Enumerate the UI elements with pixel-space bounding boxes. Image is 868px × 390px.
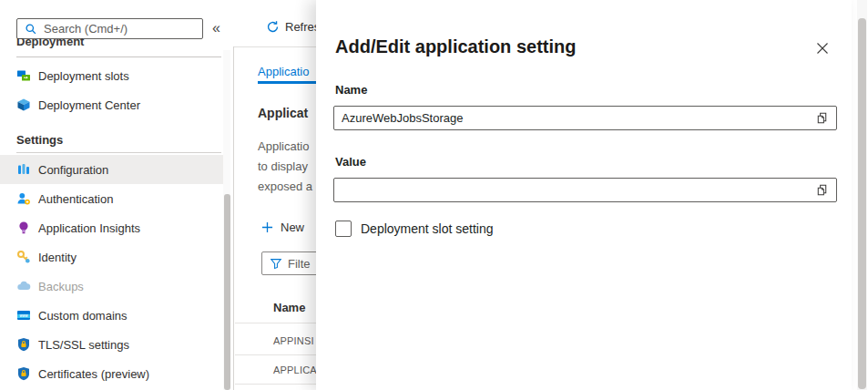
sidebar-scrollbar-thumb[interactable] bbox=[224, 194, 230, 390]
sidebar-divider bbox=[16, 56, 221, 57]
name-input[interactable] bbox=[334, 107, 815, 129]
sidebar-item-label: Configuration bbox=[38, 163, 108, 177]
table-divider bbox=[235, 384, 316, 385]
add-edit-application-setting-panel: Add/Edit application setting Name Value bbox=[316, 0, 852, 390]
description-line: Applicatio bbox=[258, 137, 312, 157]
sidebar-item-tls-ssl-settings[interactable]: TLS/SSL settings bbox=[0, 330, 224, 359]
table-row[interactable]: APPLICA bbox=[273, 364, 316, 375]
value-input-wrap bbox=[333, 178, 837, 202]
sidebar-item-application-insights[interactable]: Application Insights bbox=[0, 213, 224, 242]
custom-domains-icon: WWW bbox=[15, 308, 31, 323]
svg-text:WWW: WWW bbox=[19, 314, 27, 318]
sidebar-section-deployment: Deployment bbox=[16, 38, 144, 49]
sidebar-item-backups[interactable]: Backups bbox=[0, 272, 224, 301]
table-header-name: Name bbox=[273, 301, 305, 314]
identity-icon bbox=[15, 250, 31, 265]
sidebar-item-label: Deployment slots bbox=[38, 69, 129, 83]
name-field-label: Name bbox=[335, 83, 367, 97]
search-input[interactable] bbox=[44, 22, 202, 36]
deployment-nav-group: Deployment slots Deployment Center bbox=[0, 61, 224, 119]
sidebar-item-label: Custom domains bbox=[38, 309, 128, 323]
application-insights-icon bbox=[15, 221, 31, 236]
close-icon[interactable] bbox=[815, 41, 830, 56]
description-line: exposed a bbox=[258, 177, 312, 197]
sidebar-item-label: Identity bbox=[38, 251, 77, 264]
plus-icon bbox=[261, 221, 273, 233]
value-field-label: Value bbox=[335, 155, 366, 169]
sidebar-item-label: Backups bbox=[38, 280, 84, 293]
sidebar-divider bbox=[16, 152, 221, 153]
deployment-center-icon bbox=[15, 98, 31, 113]
toolbar-divider bbox=[234, 46, 316, 47]
sidebar: « Deployment Deployment slots bbox=[0, 0, 234, 390]
sidebar-item-deployment-center[interactable]: Deployment Center bbox=[0, 90, 224, 119]
new-button-label: New bbox=[281, 221, 304, 234]
deployment-slots-icon bbox=[15, 68, 31, 84]
backups-icon bbox=[15, 279, 31, 294]
table-divider bbox=[235, 323, 316, 323]
section-description: Applicatio to display exposed a bbox=[258, 137, 312, 197]
filter-input[interactable]: Filte bbox=[261, 251, 316, 275]
configuration-icon bbox=[15, 162, 31, 178]
settings-nav-group: Configuration Authentication bbox=[0, 155, 224, 388]
sidebar-item-certificates[interactable]: Certificates (preview) bbox=[0, 359, 224, 388]
collapse-sidebar-icon[interactable]: « bbox=[212, 19, 220, 37]
refresh-label: Refresh bbox=[285, 20, 316, 34]
tab-application-settings[interactable]: Applicatio bbox=[258, 65, 309, 78]
page-scrollbar-thumb[interactable] bbox=[858, 18, 866, 389]
refresh-button[interactable]: Refresh bbox=[266, 20, 316, 34]
certificates-shield-icon bbox=[15, 366, 31, 382]
panel-title: Add/Edit application setting bbox=[335, 36, 576, 57]
copy-icon[interactable] bbox=[815, 111, 829, 125]
deployment-slot-setting-row: Deployment slot setting bbox=[335, 221, 494, 237]
configuration-pane: Refresh Applicatio Applicat Applicatio t… bbox=[234, 0, 316, 390]
table-divider bbox=[235, 354, 316, 355]
deployment-slot-setting-label: Deployment slot setting bbox=[361, 221, 494, 236]
copy-icon[interactable] bbox=[815, 183, 829, 197]
sidebar-item-deployment-slots[interactable]: Deployment slots bbox=[0, 61, 224, 90]
authentication-icon bbox=[15, 191, 31, 207]
name-input-wrap bbox=[333, 106, 837, 130]
azure-portal-page: « Deployment Deployment slots bbox=[0, 0, 868, 390]
new-application-setting-button[interactable]: New bbox=[261, 221, 304, 234]
filter-funnel-icon bbox=[270, 257, 282, 270]
sidebar-item-label: TLS/SSL settings bbox=[38, 338, 129, 352]
refresh-icon bbox=[266, 20, 280, 34]
sidebar-section-settings: Settings bbox=[16, 133, 63, 147]
sidebar-item-label: Certificates (preview) bbox=[38, 367, 149, 381]
sidebar-search[interactable] bbox=[16, 18, 203, 39]
active-tab-underline bbox=[258, 81, 316, 84]
tls-ssl-shield-icon bbox=[15, 337, 31, 353]
sidebar-item-custom-domains[interactable]: WWW Custom domains bbox=[0, 301, 224, 330]
search-icon bbox=[25, 23, 37, 36]
sidebar-item-label: Authentication bbox=[38, 192, 113, 206]
description-line: to display bbox=[258, 157, 312, 177]
filter-label: Filte bbox=[288, 257, 311, 271]
sidebar-item-configuration[interactable]: Configuration bbox=[0, 155, 224, 184]
table-row[interactable]: APPINSI bbox=[273, 335, 314, 346]
section-heading: Applicat bbox=[258, 106, 308, 120]
value-input[interactable] bbox=[334, 179, 815, 201]
sidebar-item-identity[interactable]: Identity bbox=[0, 242, 224, 272]
sidebar-item-label: Application Insights bbox=[38, 221, 140, 235]
sidebar-item-label: Deployment Center bbox=[38, 98, 140, 112]
sidebar-item-authentication[interactable]: Authentication bbox=[0, 184, 224, 213]
deployment-slot-setting-checkbox[interactable] bbox=[335, 221, 352, 237]
